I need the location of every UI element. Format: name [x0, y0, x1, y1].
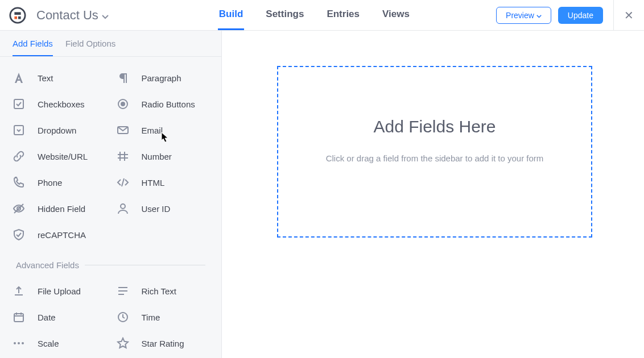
- phone-icon: [13, 176, 25, 189]
- field-label: User ID: [142, 204, 171, 214]
- caret-down-icon: [536, 11, 542, 20]
- richtext-icon: [117, 285, 129, 297]
- field-label: Radio Buttons: [142, 99, 195, 109]
- field-radio-buttons[interactable]: Radio Buttons: [111, 93, 215, 115]
- dropzone[interactable]: Add Fields Here Click or drag a field fr…: [277, 66, 592, 238]
- form-canvas: Add Fields Here Click or drag a field fr…: [222, 31, 644, 358]
- field-star-rating[interactable]: Star Rating: [111, 332, 215, 354]
- user-icon: [117, 202, 129, 215]
- field-date[interactable]: Date: [7, 306, 111, 328]
- divider: [85, 265, 205, 265]
- tab-entries[interactable]: Entries: [325, 0, 361, 30]
- update-button[interactable]: Update: [558, 7, 603, 24]
- star-icon: [117, 337, 129, 349]
- field-label: Star Rating: [142, 339, 184, 348]
- field-label: HTML: [142, 178, 165, 188]
- basic-fields-grid: TextParagraphCheckboxesRadio ButtonsDrop…: [0, 57, 221, 251]
- field-recaptcha[interactable]: reCAPTCHA: [7, 224, 111, 245]
- hidden-icon: [13, 202, 25, 215]
- date-icon: [13, 311, 25, 323]
- field-time[interactable]: Time: [111, 306, 215, 328]
- svg-rect-14: [14, 12, 20, 15]
- tab-build[interactable]: Build: [218, 0, 245, 30]
- advanced-fields-grid: File UploadRich TextDateTimeScaleStar Ra…: [0, 270, 221, 358]
- svg-rect-15: [14, 16, 17, 19]
- html-icon: [117, 176, 129, 189]
- paragraph-icon: [117, 72, 129, 84]
- recaptcha-icon: [13, 228, 25, 241]
- main-tabs: BuildSettingsEntriesViews: [218, 0, 411, 30]
- app-logo[interactable]: [9, 7, 26, 24]
- field-email[interactable]: Email: [111, 119, 215, 141]
- field-paragraph[interactable]: Paragraph: [111, 67, 215, 89]
- radio-icon: [117, 98, 129, 110]
- field-scale[interactable]: Scale: [7, 332, 111, 354]
- field-label: Scale: [38, 339, 59, 348]
- field-number[interactable]: Number: [111, 145, 215, 167]
- field-phone[interactable]: Phone: [7, 172, 111, 193]
- field-label: Checkboxes: [38, 99, 85, 109]
- field-label: Website/URL: [38, 152, 88, 161]
- update-label: Update: [568, 11, 593, 20]
- url-icon: [13, 150, 25, 163]
- tab-views[interactable]: Views: [381, 0, 411, 30]
- time-icon: [117, 311, 129, 323]
- field-label: File Upload: [38, 286, 81, 296]
- field-label: Email: [142, 126, 163, 135]
- text-icon: [13, 72, 25, 84]
- preview-button[interactable]: Preview: [496, 7, 551, 24]
- svg-rect-16: [18, 16, 21, 19]
- sidebar-tabs: Add FieldsField Options: [0, 31, 221, 57]
- close-icon[interactable]: ✕: [624, 10, 634, 21]
- scale-icon: [13, 337, 25, 349]
- field-file-upload[interactable]: File Upload: [7, 280, 111, 302]
- field-user-id[interactable]: User ID: [111, 198, 215, 219]
- main: Add FieldsField Options TextParagraphChe…: [0, 31, 644, 358]
- sidebar: Add FieldsField Options TextParagraphChe…: [0, 31, 222, 358]
- field-dropdown[interactable]: Dropdown: [7, 119, 111, 141]
- upload-icon: [13, 285, 25, 297]
- field-html[interactable]: HTML: [111, 172, 215, 193]
- caret-down-icon: [102, 8, 109, 23]
- field-label: Phone: [38, 178, 62, 188]
- field-label: Paragraph: [142, 73, 181, 83]
- field-rich-text[interactable]: Rich Text: [111, 280, 215, 302]
- field-checkboxes[interactable]: Checkboxes: [7, 93, 111, 115]
- checkbox-icon: [13, 98, 25, 110]
- field-label: Text: [38, 73, 53, 83]
- dropdown-icon: [13, 124, 25, 136]
- field-label: Hidden Field: [38, 204, 85, 214]
- sidebar-tab-field-options[interactable]: Field Options: [65, 39, 115, 56]
- field-label: Date: [38, 313, 56, 322]
- field-label: Dropdown: [38, 126, 76, 135]
- email-icon: [117, 124, 129, 136]
- form-title: Contact Us: [36, 8, 98, 23]
- advanced-section-header: Advanced Fields: [0, 255, 221, 270]
- field-label: Number: [142, 152, 172, 161]
- field-website-url[interactable]: Website/URL: [7, 145, 111, 167]
- topbar: Contact Us BuildSettingsEntriesViews Pre…: [0, 0, 644, 31]
- topbar-actions: Preview Update ✕: [496, 0, 634, 31]
- number-icon: [117, 150, 129, 163]
- close-area: ✕: [613, 0, 634, 31]
- advanced-title: Advanced Fields: [16, 260, 79, 270]
- svg-point-13: [10, 7, 25, 22]
- form-title-dropdown[interactable]: Contact Us: [36, 8, 109, 23]
- sidebar-tab-add-fields[interactable]: Add Fields: [13, 39, 53, 56]
- field-label: Time: [142, 313, 160, 322]
- field-label: Rich Text: [142, 286, 176, 296]
- tab-settings[interactable]: Settings: [265, 0, 305, 30]
- dropzone-subtitle: Click or drag a field from the sidebar t…: [326, 153, 544, 163]
- field-text[interactable]: Text: [7, 67, 111, 89]
- field-label: reCAPTCHA: [38, 230, 86, 240]
- dropzone-title: Add Fields Here: [373, 117, 496, 136]
- preview-label: Preview: [506, 11, 534, 20]
- field-hidden-field[interactable]: Hidden Field: [7, 198, 111, 219]
